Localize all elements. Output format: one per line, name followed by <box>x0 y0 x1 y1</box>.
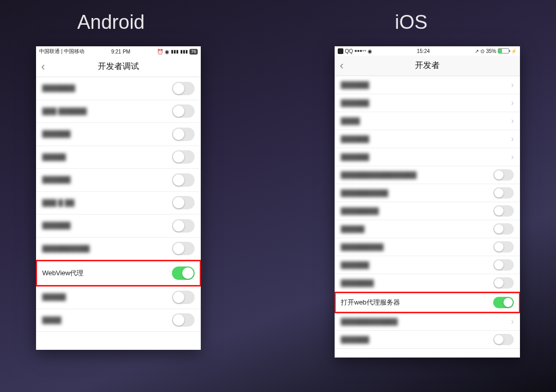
settings-row[interactable]: ███████ <box>36 77 201 100</box>
settings-row[interactable]: ███████ <box>335 274 520 292</box>
toggle-knob <box>173 174 184 186</box>
settings-row[interactable]: █████████ <box>335 238 520 256</box>
toggle-knob <box>173 83 184 94</box>
app-icon <box>338 48 343 54</box>
toggle-knob <box>494 260 503 270</box>
chevron-right-icon: › <box>511 116 514 126</box>
settings-row[interactable]: ████████ <box>335 202 520 220</box>
back-icon[interactable]: ‹ <box>41 61 45 73</box>
toggle-switch[interactable] <box>172 173 195 187</box>
settings-list: ██████████ ██████████████████████████ █ … <box>36 77 201 332</box>
toggle-switch[interactable] <box>493 241 514 253</box>
toggle-switch[interactable] <box>493 205 514 217</box>
android-screen: 中国联通 | 中国移动 9:21 PM ⏰ ◉ ▮▮▮ ▮▮▮ 76 ‹ 开发者… <box>36 46 201 350</box>
battery-icon <box>498 48 509 54</box>
signal-icon-2: ▮▮▮ <box>180 49 188 54</box>
toggle-switch[interactable] <box>172 128 195 141</box>
ios-screen: QQ ◉ 15:24 ↗ ⊙ 35% ⚡ ‹ 开发者 ██████›██████… <box>335 46 520 358</box>
chevron-right-icon: › <box>511 317 514 326</box>
toggle-switch[interactable] <box>172 242 195 255</box>
settings-row[interactable]: WebView代理 <box>36 260 201 286</box>
row-label: ███ █ ██ <box>42 199 75 207</box>
settings-row[interactable]: ████████████› <box>335 313 520 331</box>
settings-row[interactable]: ██████› <box>335 148 520 166</box>
location-icon: ↗ <box>475 48 479 54</box>
back-icon[interactable]: ‹ <box>340 60 343 72</box>
toggle-switch[interactable] <box>172 196 195 209</box>
settings-row[interactable]: ███ ██████ <box>36 100 201 123</box>
row-label: ██████ <box>341 153 369 161</box>
battery-text: 76 <box>189 49 198 55</box>
settings-row[interactable]: ██████████ <box>335 184 520 202</box>
settings-row[interactable]: ████████████████ <box>335 166 520 184</box>
settings-row[interactable]: ██████ <box>36 123 201 146</box>
chevron-right-icon: › <box>511 80 514 90</box>
toggle-knob <box>494 224 503 234</box>
signal-dots <box>355 50 366 52</box>
toggle-switch[interactable] <box>493 277 514 289</box>
settings-row[interactable]: █████ <box>36 146 201 169</box>
toggle-switch[interactable] <box>493 297 514 308</box>
toggle-switch[interactable] <box>493 259 514 271</box>
nav-header: ‹ 开发者 <box>335 56 520 76</box>
toggle-knob <box>494 170 503 180</box>
settings-row[interactable]: 打开web代理服务器 <box>335 292 520 313</box>
toggle-knob <box>494 242 503 252</box>
row-label: 打开web代理服务器 <box>341 298 400 307</box>
toggle-knob <box>173 220 184 231</box>
settings-row[interactable]: ████› <box>335 112 520 130</box>
row-label: ██████ <box>341 135 369 143</box>
toggle-knob <box>173 129 184 140</box>
settings-row[interactable]: ████ <box>36 309 201 332</box>
status-bar: QQ ◉ 15:24 ↗ ⊙ 35% ⚡ <box>335 46 520 56</box>
toggle-knob <box>173 197 184 208</box>
toggle-switch[interactable] <box>493 187 514 199</box>
toggle-switch[interactable] <box>172 82 195 95</box>
settings-row[interactable]: ██████› <box>335 130 520 148</box>
clock-text: 9:21 PM <box>111 49 130 55</box>
row-label: ██████ <box>42 222 71 229</box>
row-label: ██████ <box>341 81 369 89</box>
settings-row[interactable]: ██████████ <box>36 238 201 261</box>
toggle-switch[interactable] <box>172 104 195 118</box>
row-label: ████████ <box>341 207 379 215</box>
toggle-switch[interactable] <box>493 334 514 345</box>
settings-row[interactable]: ██████ <box>335 331 520 349</box>
settings-row[interactable]: ██████ <box>36 169 201 192</box>
toggle-switch[interactable] <box>493 223 514 235</box>
toggle-switch[interactable] <box>172 291 195 304</box>
toggle-switch[interactable] <box>172 266 195 280</box>
row-label: ███████ <box>341 279 374 287</box>
settings-row[interactable]: ██████ <box>335 256 520 274</box>
row-label: █████████ <box>341 243 384 251</box>
settings-row[interactable]: █████ <box>335 220 520 238</box>
toggle-switch[interactable] <box>172 150 195 164</box>
alarm-icon: ⊙ <box>480 48 484 54</box>
settings-row[interactable]: ███ █ ██ <box>36 192 201 215</box>
row-label: ██████ <box>42 130 71 138</box>
carrier-text: 中国联通 | 中国移动 <box>39 48 84 55</box>
toggle-knob <box>182 268 194 279</box>
toggle-knob <box>173 151 184 163</box>
toggle-switch[interactable] <box>172 219 195 233</box>
wifi-icon: ◉ <box>368 48 372 54</box>
settings-row[interactable]: ██████› <box>335 76 520 94</box>
row-label: ███████ <box>42 84 75 92</box>
row-label: ████ <box>42 316 61 324</box>
settings-row[interactable]: █████ <box>36 286 201 309</box>
row-label: ██████████ <box>341 189 388 197</box>
toggle-switch[interactable] <box>493 169 514 181</box>
toggle-knob <box>173 243 184 254</box>
row-label: ██████ <box>341 261 369 269</box>
platform-label-ios: iOS <box>395 11 427 33</box>
toggle-knob <box>494 206 503 216</box>
toggle-switch[interactable] <box>172 313 195 327</box>
row-label: ██████████ <box>42 245 90 253</box>
settings-row[interactable]: ██████ <box>36 215 201 238</box>
battery-text: 35% <box>486 48 496 54</box>
row-label: ███ ██████ <box>42 108 87 115</box>
toggle-knob <box>173 314 184 326</box>
status-bar: 中国联通 | 中国移动 9:21 PM ⏰ ◉ ▮▮▮ ▮▮▮ 76 <box>36 46 201 57</box>
settings-row[interactable]: ██████› <box>335 94 520 112</box>
toggle-knob <box>494 335 503 344</box>
